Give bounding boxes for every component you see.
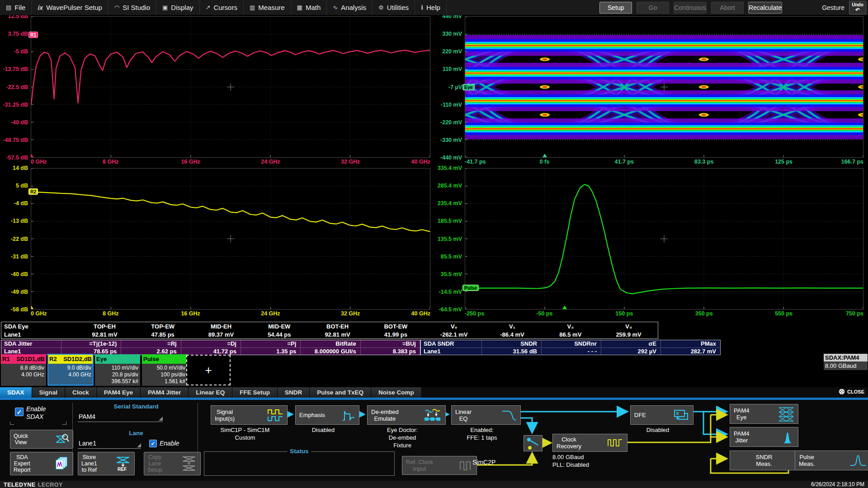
sdax-panel: ✓ Enable SDAX Quick View SDA Expert Repo…	[0, 400, 868, 481]
menu-item-cursors[interactable]: ↗Cursors	[200, 0, 244, 15]
clock-recovery-label: Clock Recovery	[557, 436, 581, 450]
menu-item-measure[interactable]: ▥Measure	[244, 0, 291, 15]
plot-area[interactable]: R1	[31, 16, 430, 158]
continuous-button[interactable]: Continuous	[674, 2, 707, 14]
abort-button[interactable]: Abort	[711, 2, 744, 14]
col-value: -262.1 mV	[425, 331, 483, 338]
plus-icon: +	[205, 363, 212, 377]
flow-node-dfe[interactable]: DFE	[630, 405, 693, 425]
menu-item-display[interactable]: ▣Display	[156, 0, 199, 15]
y-tick-label: -13 dB	[11, 218, 28, 224]
menu-item-help[interactable]: ℹHelp	[415, 0, 447, 15]
go-button[interactable]: Go	[637, 2, 669, 14]
tab-noise-comp[interactable]: Noise Comp	[371, 387, 422, 398]
flow-node-pulse-meas[interactable]: Pulse Meas.	[795, 450, 868, 470]
setup-button[interactable]: Setup	[599, 2, 632, 14]
trace-badge-r1[interactable]: R1	[28, 32, 38, 38]
x-tick-label: 0 GHz	[31, 310, 47, 317]
plot-pam4-eye: 440 mV330 mV220 mV110 mV-7 µV-110 mV-220…	[430, 16, 868, 165]
flow-node-signal-input[interactable]: Signal Input(s)	[211, 405, 288, 425]
menu-item-si-studio[interactable]: ◠SI Studio	[108, 0, 156, 15]
tab-sdax[interactable]: SDAX	[0, 387, 32, 398]
y-axis-labels: 14 dB5 dB-4 dB-13 dB-22 dB-31 dB-40 dB-4…	[0, 168, 31, 310]
flow-node-ref-clock-input[interactable]: Ref. Clock Input	[402, 456, 477, 475]
sdax-status-badge[interactable]: SDAX:PAM4 8.00 GBaud	[824, 354, 868, 370]
pulse-meas-label: Pulse Meas.	[799, 454, 815, 467]
menu-item-label: Utilities	[387, 4, 409, 11]
flow-node-deembed-emulate[interactable]: De-embed Emulate	[367, 405, 446, 425]
descriptor-line: 1.561 k#	[142, 378, 185, 385]
plot-area[interactable]: R2	[31, 168, 430, 310]
utilities-icon: ⚙	[378, 4, 384, 11]
col-value: 282.7 mV	[660, 348, 720, 355]
trace-descriptor-r2[interactable]: R2SD1D2,dB9.0 dB/div4.00 GHz	[48, 354, 93, 385]
trace-descriptor-pulse[interactable]: Pulse50.0 mV/div100 ps/div1.561 k#	[142, 354, 187, 385]
tab-linear-eq[interactable]: Linear EQ	[189, 387, 232, 398]
flow-node-mux-switch[interactable]	[524, 435, 542, 451]
menu-item-label: Cursors	[213, 4, 237, 11]
close-label: CLOSE	[847, 389, 864, 394]
trace-badge-pulse[interactable]: Pulse	[462, 285, 479, 291]
recalculate-button[interactable]: Recalculate	[748, 2, 782, 14]
close-button[interactable]: ⊗ CLOSE	[839, 388, 864, 395]
x-tick-label: 24 GHz	[261, 159, 280, 165]
tab-pam4-eye[interactable]: PAM4 Eye	[97, 387, 141, 398]
trace-badge-r2[interactable]: R2	[28, 188, 38, 195]
x-axis-labels: 0 GHz8 GHz16 GHz24 GHz32 GHz40 GHz	[31, 158, 430, 165]
trace-descriptor-r1[interactable]: R1SD1D1,dB8.8 dB/div4.00 GHz	[1, 354, 46, 385]
col-header: V₂	[541, 323, 599, 330]
trace-descriptor-eye[interactable]: Eye110 mV/div20.8 ps/div396.557 k#	[95, 354, 140, 385]
flow-node-linear-eq[interactable]: Linear EQ	[451, 405, 521, 425]
add-trace-box[interactable]: +	[186, 355, 231, 385]
menu-item-wavepulser-setup[interactable]: ixWavePulser Setup	[32, 0, 108, 15]
dfe-icon	[673, 408, 689, 422]
trace-badge-eye[interactable]: Eye	[462, 84, 475, 90]
undo-arrow-icon: ↶	[855, 7, 860, 13]
emphasis-icon	[342, 408, 355, 422]
x-tick-label: 83.3 ps	[694, 159, 713, 165]
menu-item-label: Display	[171, 4, 193, 11]
descriptor-header: R2SD1D2,dB	[48, 354, 93, 364]
tab-pam4-jitter[interactable]: PAM4 Jitter	[141, 387, 189, 398]
y-tick-label: -64.5 mV	[439, 306, 462, 313]
menu-bar: ▤FileixWavePulser Setup◠SI Studio▣Displa…	[0, 0, 868, 15]
x-tick-label: 0 GHz	[31, 159, 47, 165]
flow-node-sndr-meas[interactable]: SNDR Meas.	[730, 450, 798, 470]
tab-pulse-and-txeq[interactable]: Pulse and TxEQ	[310, 387, 371, 398]
flow-node-clock-recovery[interactable]: Clock Recovery	[552, 434, 627, 452]
col-value: 89.37 mV	[192, 331, 250, 338]
analysis-icon: ∿	[333, 4, 338, 11]
col-header: =Tj(1e-12)	[61, 340, 121, 347]
sda-sndr-table: SDA SNDRSNDRSNDRnrσEPMaxLane131.56 dB- -…	[420, 340, 721, 355]
col-value: 31.56 dB	[481, 348, 541, 355]
menu-item-utilities[interactable]: ⚙Utilities	[373, 0, 415, 15]
y-tick-label: 335.4 mV	[438, 165, 462, 171]
signal-input-icon	[267, 408, 283, 422]
sdax-badge-value: 8.00 GBaud	[824, 361, 868, 370]
brand-logo: TELEDYNELECROY	[4, 480, 63, 488]
tab-signal[interactable]: Signal	[32, 387, 66, 398]
col-header: BOT-EH	[308, 323, 367, 330]
menu-item-math[interactable]: ▦Math	[291, 0, 327, 15]
tab-clock[interactable]: Clock	[65, 387, 97, 398]
plot-area[interactable]: Pulse	[465, 168, 863, 310]
descriptor-line: 20.8 ps/div	[95, 371, 138, 378]
col-value: 41.72 ps	[181, 348, 241, 355]
plot-area[interactable]: Eye	[465, 16, 863, 158]
col-header: V₀	[425, 323, 483, 330]
flow-node-pam4-jitter[interactable]: PAM4 Jitter	[730, 427, 798, 447]
tab-sndr[interactable]: SNDR	[278, 387, 310, 398]
tab-ffe-setup[interactable]: FFE Setup	[232, 387, 278, 398]
x-tick-label: 8 GHz	[103, 159, 118, 165]
menu-controls: Setup Go Continuous Abort Recalculate Ge…	[599, 0, 866, 15]
flow-node-pam4-eye[interactable]: PAM4 Eye	[730, 404, 798, 424]
sda-eye-table: SDA EyeTOP-EHTOP-EWMID-EHMID-EWBOT-EHBOT…	[1, 322, 658, 339]
deembed-caption: Eye Doctor: De-embed Fixture	[367, 426, 438, 449]
brand-secondary: LECROY	[38, 482, 63, 488]
menu-item-file[interactable]: ▤File	[0, 0, 32, 15]
menu-item-analysis[interactable]: ∿Analysis	[327, 0, 373, 15]
col-value: 41.99 ps	[367, 331, 425, 338]
undo-button[interactable]: Undo ↶	[849, 1, 866, 14]
descriptor-line: 4.00 GHz	[48, 371, 91, 378]
flow-node-emphasis[interactable]: Emphasis	[295, 405, 359, 425]
